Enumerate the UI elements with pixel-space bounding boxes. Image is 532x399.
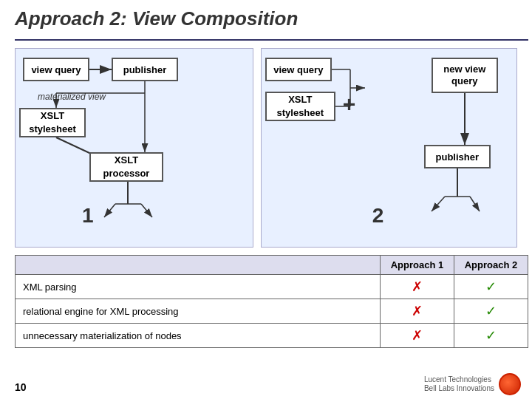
comparison-table: Approach 1 Approach 2 XML parsing✗✓relat… [15,255,528,348]
left-view-query-box: view query [23,58,89,81]
approach2-value: ✓ [454,324,528,348]
approach2-value: ✓ [454,275,528,299]
page-number: 10 [15,381,27,393]
col-header-approach1: Approach 1 [381,256,454,275]
svg-line-10 [104,204,115,217]
right-plus: + [343,92,356,117]
svg-line-21 [470,197,480,211]
page-title: Approach 2: View Composition [15,7,517,30]
svg-line-20 [432,197,445,211]
right-view-query-box: view query [265,58,332,81]
approach1-value: ✗ [381,299,454,324]
lucent-tagline: Bell Labs Innovations [424,384,494,393]
lucent-logo: Lucent Technologies Bell Labs Innovation… [424,373,521,395]
diagrams-row: view query publisher materialized view X… [15,48,517,248]
right-new-view-query-box: new view query [432,58,498,93]
header-divider [15,39,528,41]
mat-view-label: materialized view [38,92,106,102]
approach1-value: ✗ [381,275,454,299]
table-row: relational engine for XML processing✗✓ [16,299,528,324]
lucent-text-block: Lucent Technologies Bell Labs Innovation… [424,375,494,393]
approach1-value: ✗ [381,324,454,348]
lucent-circle-icon [499,373,521,395]
right-xslt-stylesheet-box: XSLT stylesheet [265,92,335,121]
right-number: 2 [372,204,384,228]
approach2-value: ✓ [454,299,528,324]
left-publisher-box: publisher [112,58,178,81]
left-number: 1 [82,204,94,228]
row-label: XML parsing [16,275,381,299]
left-diagram: view query publisher materialized view X… [15,48,253,248]
left-xslt-processor-box: XSLT processor [89,152,163,182]
row-label: unnecessary materialization of nodes [16,324,381,348]
row-label: relational engine for XML processing [16,299,381,324]
svg-line-11 [141,204,152,217]
right-publisher-box: publisher [424,145,491,168]
right-diagram: view query new view query + XSLT stylesh… [261,48,517,248]
col-header-label [16,256,381,275]
table-row: unnecessary materialization of nodes✗✓ [16,324,528,348]
lucent-name: Lucent Technologies [424,375,494,384]
col-header-approach2: Approach 2 [454,256,528,275]
page: Approach 2: View Composition [0,0,532,399]
left-xslt-stylesheet-box: XSLT stylesheet [19,108,86,137]
table-row: XML parsing✗✓ [16,275,528,299]
